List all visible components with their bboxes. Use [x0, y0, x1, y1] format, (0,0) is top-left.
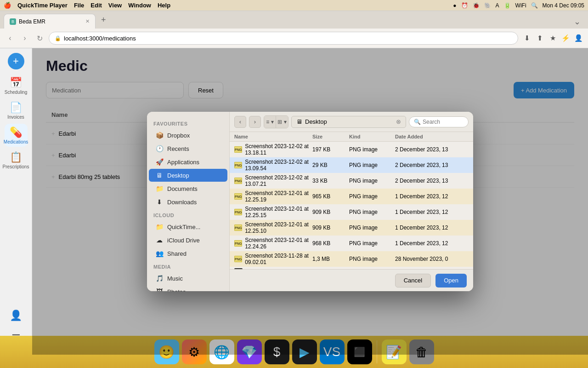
tabs-collapse-button[interactable]: ⌄ [570, 15, 584, 29]
fd-file-row[interactable]: PNG Screenshot 2023-12-01 at 12.24.26 96… [230, 236, 473, 251]
png-thumb: PNG [234, 256, 242, 262]
apple-menu[interactable]: 🍎 [4, 2, 11, 9]
share-icon[interactable]: ⬆ [535, 33, 545, 43]
fd-footer: Cancel Open [230, 269, 473, 291]
scheduling-icon: 📅 [10, 77, 22, 89]
sidebar-item-label-prescriptions: Prescriptions [3, 164, 29, 169]
fd-location-bar[interactable]: 🖥 Desktop ⊗ [291, 116, 406, 128]
fd-item-label-recents: Recents [167, 145, 189, 152]
fd-item-quicktime[interactable]: 📁 QuickTime... [149, 220, 227, 233]
fd-back-button[interactable]: ‹ [234, 116, 246, 128]
fd-filename-text: Screenshot 2023-12-01 at 12.25.10 [245, 221, 312, 234]
fd-item-recents[interactable]: 🕐 Recents [149, 142, 227, 155]
fd-file-row[interactable]: PNG Screenshot 2023-12-01 at 12.25.19 96… [230, 189, 473, 204]
col-kind[interactable]: Kind [349, 134, 395, 139]
fd-icloud-label: iCloud [147, 209, 229, 220]
address-bar: ‹ › ↻ 🔒 localhost:3000/medications ⬇ ⬆ ★… [0, 29, 588, 48]
fd-file-row[interactable]: PNG Screenshot 2023-12-02 at 13.07.21 33… [230, 173, 473, 189]
search-icon[interactable]: 🔍 [531, 2, 538, 9]
fd-file-date: 1 December 2023, 12 [395, 193, 469, 200]
app-name[interactable]: QuickTime Player [17, 2, 68, 9]
sidebar-add-button[interactable]: + [8, 53, 24, 69]
record-indicator: ● [453, 2, 456, 9]
back-button[interactable]: ‹ [5, 33, 16, 44]
fd-file-kind: PNG image [349, 256, 395, 262]
fd-file-size: 197 KB [312, 146, 349, 153]
png-thumb: PNG [234, 162, 242, 168]
fd-list-view-button[interactable]: ≡ ▾ [264, 116, 276, 128]
png-thumb: PNG [234, 209, 242, 215]
sidebar-item-invoices[interactable]: 📄 Invoices [5, 99, 28, 122]
menu-window[interactable]: Window [128, 2, 151, 9]
fd-search-box[interactable]: 🔍 [409, 116, 469, 127]
menu-edit[interactable]: Edit [90, 2, 102, 9]
extensions-icon[interactable]: ⚡ [560, 33, 571, 43]
menu-file[interactable]: File [74, 2, 84, 9]
fd-favourites-label: Favourites [147, 117, 229, 128]
fd-file-row[interactable]: PNG Screenshot 2023-11-28 at 09.02.01 1,… [230, 251, 473, 267]
fd-item-applications[interactable]: 🚀 Applications [149, 155, 227, 168]
fd-file-size: 965 KB [312, 193, 349, 200]
fd-open-button[interactable]: Open [435, 274, 467, 288]
fd-file-row[interactable]: PNG Screenshot 2023-12-02 at 13.09.54 29… [230, 157, 473, 173]
menu-view[interactable]: View [108, 2, 122, 9]
fd-item-downloads[interactable]: ⬇ Downloads [149, 196, 227, 208]
tab-close-button[interactable]: ✕ [85, 18, 90, 24]
sidebar-item-label-scheduling: Scheduling [5, 90, 27, 95]
profile-icon[interactable]: 👤 [573, 33, 583, 43]
col-date[interactable]: Date Added [395, 134, 469, 139]
fd-item-dropbox[interactable]: 📦 Dropbox [149, 129, 227, 142]
sidebar-item-avatar[interactable]: 👤 [5, 304, 28, 327]
fd-forward-button[interactable]: › [249, 116, 261, 128]
tab-bar: B Beda EMR ✕ + ⌄ [0, 11, 588, 29]
documents-icon: 📁 [155, 185, 164, 192]
fd-item-label-music: Music [167, 275, 183, 282]
forward-button[interactable]: › [19, 33, 30, 44]
browser-tab[interactable]: B Beda EMR ✕ [4, 14, 96, 29]
fd-item-photos[interactable]: 🖼 Photos [149, 285, 227, 291]
fd-location-clear-icon[interactable]: ⊗ [396, 118, 401, 125]
fd-file-row[interactable]: PNG Screenshot 2023-12-01 at 12.25.15 90… [230, 204, 473, 220]
reload-button[interactable]: ↻ [34, 33, 45, 44]
fd-file-name: PNG Screenshot 2023-12-01 at 12.25.10 [234, 221, 312, 234]
fd-item-documents[interactable]: 📁 Documents [149, 182, 227, 195]
fd-file-size: 1,3 MB [312, 256, 349, 262]
sidebar-item-scheduling[interactable]: 📅 Scheduling [5, 74, 28, 97]
sidebar-item-medications[interactable]: 💊 Medications [5, 124, 28, 147]
col-name[interactable]: Name [234, 134, 312, 139]
sidebar-item-prescriptions[interactable]: 📋 Prescriptions [5, 149, 28, 172]
fd-item-music[interactable]: 🎵 Music [149, 272, 227, 285]
fd-location-text: Desktop [305, 118, 327, 125]
fd-search-input[interactable] [423, 119, 459, 125]
fd-cancel-button[interactable]: Cancel [395, 274, 431, 288]
new-tab-button[interactable]: + [97, 13, 110, 27]
applications-icon: 🚀 [155, 158, 164, 166]
downloads-icon: ⬇ [155, 198, 164, 206]
fd-file-row[interactable]: PNG Screenshot 2023-12-02 at 13.18.11 19… [230, 142, 473, 157]
menu-help[interactable]: Help [158, 2, 170, 9]
a-icon: A [496, 2, 499, 9]
fd-file-row[interactable]: PNG Screenshot 2023-12-01 at 12.25.10 90… [230, 220, 473, 236]
page-content: Medic Reset + Add Medication Name + Edar… [32, 48, 588, 355]
download-icon[interactable]: ⬇ [522, 33, 532, 43]
fd-file-name: PNG Screenshot 2023-12-02 at 13.07.21 [234, 174, 312, 187]
fd-grid-view-button[interactable]: ⊞ ▾ [276, 116, 288, 128]
music-icon: 🎵 [155, 275, 164, 282]
col-size[interactable]: Size [312, 134, 349, 139]
fd-item-desktop[interactable]: 🖥 Desktop [149, 169, 227, 182]
fd-file-date: 1 December 2023, 12 [395, 240, 469, 247]
fd-filename-text: Screenshot 2023-12-02 at 13.07.21 [245, 174, 312, 187]
fd-item-icloud-drive[interactable]: ☁ iCloud Drive [149, 234, 227, 247]
fd-file-name: PNG Screenshot 2023-12-01 at 12.25.19 [234, 190, 312, 203]
invoices-icon: 📄 [10, 102, 22, 114]
browser-chrome: B Beda EMR ✕ + ⌄ ‹ › ↻ 🔒 localhost:3000/… [0, 11, 588, 48]
plus-icon: + [13, 55, 19, 67]
clock-icon: ⏰ [461, 2, 468, 9]
png-thumb: PNG [234, 240, 242, 247]
fd-item-shared[interactable]: 👥 Shared [149, 247, 227, 260]
address-input[interactable]: 🔒 localhost:3000/medications [49, 32, 518, 45]
fd-file-date: 28 November 2023, 0 [395, 256, 469, 262]
lock-icon: 🔒 [55, 35, 61, 41]
shared-icon: 👥 [155, 250, 164, 257]
bookmark-icon[interactable]: ★ [548, 33, 558, 43]
